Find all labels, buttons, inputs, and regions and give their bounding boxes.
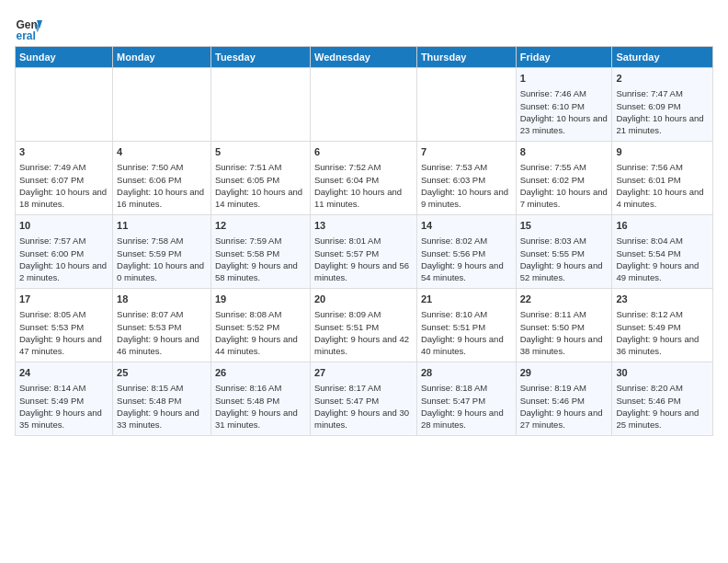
day-number: 30 — [616, 366, 709, 380]
day-number: 15 — [520, 219, 609, 233]
day-info: Daylight: 9 hours and 49 minutes. — [616, 259, 709, 284]
day-info: Daylight: 9 hours and 58 minutes. — [215, 259, 306, 284]
day-info: Sunset: 6:09 PM — [616, 100, 709, 112]
day-info: Sunset: 6:01 PM — [616, 174, 709, 186]
day-info: Sunset: 5:50 PM — [520, 321, 609, 333]
header-friday: Friday — [516, 47, 612, 68]
day-number: 3 — [19, 145, 108, 159]
day-info: Daylight: 10 hours and 18 minutes. — [19, 186, 108, 211]
day-info: Sunset: 5:46 PM — [616, 395, 709, 407]
day-number: 18 — [117, 293, 207, 306]
day-info: Sunset: 5:49 PM — [616, 321, 709, 333]
day-info: Sunset: 5:59 PM — [117, 247, 207, 259]
day-cell: 23Sunrise: 8:12 AMSunset: 5:49 PMDayligh… — [612, 289, 713, 362]
day-number: 16 — [616, 219, 709, 233]
day-info: Sunrise: 8:19 AM — [520, 382, 609, 394]
day-cell: 6Sunrise: 7:52 AMSunset: 6:04 PMDaylight… — [310, 142, 416, 215]
day-info: Daylight: 10 hours and 7 minutes. — [520, 186, 609, 211]
day-number: 17 — [19, 293, 108, 306]
day-cell: 17Sunrise: 8:05 AMSunset: 5:53 PMDayligh… — [16, 289, 113, 362]
day-info: Sunrise: 8:03 AM — [520, 235, 609, 247]
day-info: Daylight: 9 hours and 36 minutes. — [616, 333, 709, 358]
day-info: Sunrise: 7:47 AM — [616, 87, 709, 99]
day-info: Daylight: 10 hours and 9 minutes. — [421, 186, 512, 211]
day-number: 8 — [520, 145, 609, 159]
day-info: Daylight: 10 hours and 23 minutes. — [520, 112, 609, 137]
day-cell: 11Sunrise: 7:58 AMSunset: 5:59 PMDayligh… — [113, 215, 211, 289]
day-info: Sunrise: 7:58 AM — [117, 235, 207, 247]
header-sunday: Sunday — [16, 47, 113, 68]
day-info: Sunset: 5:49 PM — [19, 395, 108, 407]
day-info: Sunset: 5:54 PM — [616, 247, 709, 259]
day-info: Sunset: 5:48 PM — [215, 395, 306, 407]
day-info: Daylight: 9 hours and 27 minutes. — [520, 407, 609, 431]
day-info: Sunrise: 7:53 AM — [421, 161, 512, 173]
day-info: Sunset: 5:55 PM — [520, 247, 609, 259]
day-info: Daylight: 9 hours and 46 minutes. — [117, 333, 207, 358]
day-info: Daylight: 10 hours and 4 minutes. — [616, 186, 709, 211]
day-info: Daylight: 9 hours and 52 minutes. — [520, 259, 609, 284]
day-info: Sunset: 5:46 PM — [520, 395, 609, 407]
header-wednesday: Wednesday — [310, 47, 416, 68]
day-info: Sunset: 6:06 PM — [117, 174, 207, 186]
svg-text:eral: eral — [17, 29, 36, 42]
day-cell: 3Sunrise: 7:49 AMSunset: 6:07 PMDaylight… — [16, 142, 113, 215]
day-info: Sunrise: 8:09 AM — [314, 308, 413, 320]
day-info: Sunrise: 7:59 AM — [215, 235, 306, 247]
day-cell: 18Sunrise: 8:07 AMSunset: 5:53 PMDayligh… — [113, 289, 211, 362]
day-info: Sunset: 5:51 PM — [421, 321, 512, 333]
day-cell: 15Sunrise: 8:03 AMSunset: 5:55 PMDayligh… — [516, 215, 612, 289]
page-header: Gen eral — [15, 15, 713, 42]
day-info: Sunset: 6:10 PM — [520, 100, 609, 112]
day-info: Daylight: 10 hours and 14 minutes. — [215, 186, 306, 211]
day-number: 7 — [421, 145, 512, 159]
day-info: Daylight: 9 hours and 30 minutes. — [314, 407, 413, 431]
day-cell: 25Sunrise: 8:15 AMSunset: 5:48 PMDayligh… — [113, 362, 211, 436]
day-info: Daylight: 9 hours and 38 minutes. — [520, 333, 609, 358]
day-info: Sunset: 5:56 PM — [421, 247, 512, 259]
day-info: Sunrise: 7:56 AM — [616, 161, 709, 173]
day-number: 25 — [117, 366, 207, 380]
day-info: Sunrise: 8:11 AM — [520, 308, 609, 320]
day-cell: 27Sunrise: 8:17 AMSunset: 5:47 PMDayligh… — [310, 362, 416, 436]
day-number: 19 — [215, 293, 306, 306]
day-info: Daylight: 9 hours and 25 minutes. — [616, 407, 709, 431]
header-saturday: Saturday — [612, 47, 713, 68]
day-cell: 26Sunrise: 8:16 AMSunset: 5:48 PMDayligh… — [211, 362, 311, 436]
day-cell: 21Sunrise: 8:10 AMSunset: 5:51 PMDayligh… — [416, 289, 516, 362]
day-cell — [113, 68, 211, 142]
day-info: Sunrise: 8:12 AM — [616, 308, 709, 320]
logo-icon: Gen eral — [15, 15, 42, 42]
day-info: Sunset: 5:58 PM — [215, 247, 306, 259]
day-info: Sunrise: 7:49 AM — [19, 161, 108, 173]
day-info: Sunrise: 7:55 AM — [520, 161, 609, 173]
day-number: 23 — [616, 293, 709, 306]
day-number: 5 — [215, 145, 306, 159]
day-info: Sunset: 5:53 PM — [117, 321, 207, 333]
day-info: Sunrise: 7:46 AM — [520, 87, 609, 99]
day-info: Sunrise: 7:50 AM — [117, 161, 207, 173]
day-number: 1 — [520, 72, 609, 86]
day-number: 21 — [421, 293, 512, 306]
day-number: 29 — [520, 366, 609, 380]
day-info: Sunset: 6:05 PM — [215, 174, 306, 186]
day-info: Sunset: 6:04 PM — [314, 174, 413, 186]
day-cell: 12Sunrise: 7:59 AMSunset: 5:58 PMDayligh… — [211, 215, 311, 289]
day-number: 4 — [117, 145, 207, 159]
day-info: Sunrise: 8:14 AM — [19, 382, 108, 394]
day-cell — [211, 68, 311, 142]
day-info: Daylight: 10 hours and 0 minutes. — [117, 259, 207, 284]
day-info: Daylight: 10 hours and 2 minutes. — [19, 259, 108, 284]
day-info: Sunset: 6:03 PM — [421, 174, 512, 186]
day-info: Sunset: 6:00 PM — [19, 247, 108, 259]
calendar-table: SundayMondayTuesdayWednesdayThursdayFrid… — [15, 46, 713, 436]
day-info: Sunset: 5:47 PM — [314, 395, 413, 407]
day-info: Daylight: 10 hours and 21 minutes. — [616, 112, 709, 137]
day-number: 12 — [215, 219, 306, 233]
day-number: 27 — [314, 366, 413, 380]
day-number: 14 — [421, 219, 512, 233]
day-number: 20 — [314, 293, 413, 306]
day-cell: 14Sunrise: 8:02 AMSunset: 5:56 PMDayligh… — [416, 215, 516, 289]
day-number: 22 — [520, 293, 609, 306]
day-info: Sunrise: 8:04 AM — [616, 235, 709, 247]
